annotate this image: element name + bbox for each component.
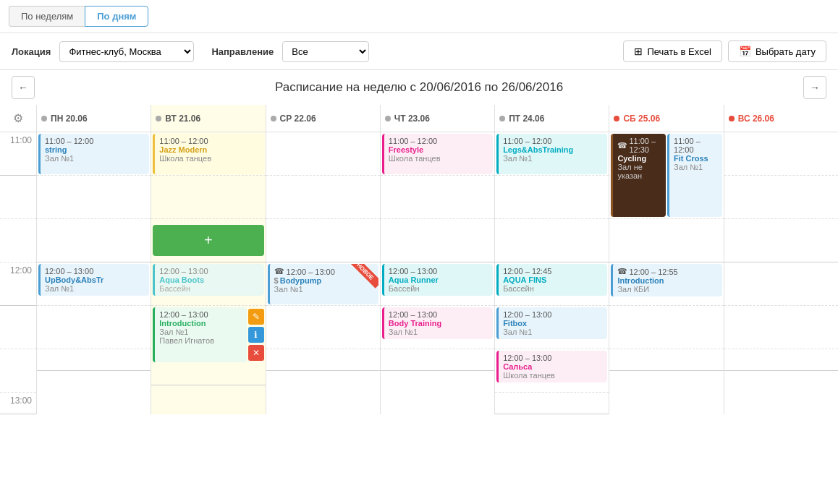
- day-column-sat: СБ 25.06 ☎ 11:00 – 12:30 Cycling Зал не …: [609, 105, 723, 414]
- event-wed-bodypump[interactable]: НОВОЕ ☎ 12:00 – 13:00 $ Bodypump Зал №1: [268, 264, 378, 304]
- tue-add-zone: +: [151, 219, 265, 262]
- event-fri-legsabs[interactable]: 11:00 – 12:00 Legs&AbsTraining Зал №1: [496, 134, 607, 174]
- event-time: 12:00 – 13:00: [159, 267, 259, 276]
- print-excel-button[interactable]: ⊞ Печать в Excel: [623, 40, 722, 62]
- event-tue-aquaboots[interactable]: 12:00 – 13:00 Aqua Boots Бассейн: [153, 264, 263, 296]
- day-column-sun: ВС 26.06: [724, 105, 838, 414]
- event-name: Fitbox: [503, 319, 603, 328]
- event-location: Школа танцев: [159, 154, 259, 163]
- fri-slot-12c: 12:00 – 13:00 Сальса Школа танцев: [495, 349, 609, 393]
- edit-event-button[interactable]: ✎: [248, 309, 264, 325]
- event-sat-cycling[interactable]: ☎ 11:00 – 12:30 Cycling Зал не указан: [611, 134, 666, 217]
- event-location: Зал №1: [45, 154, 145, 163]
- event-thu-aquarunner[interactable]: 12:00 – 13:00 Aqua Runner Бассейн: [382, 264, 493, 296]
- action-icons-panel: ✎ ℹ ✕: [248, 307, 264, 362]
- mon-slot-11: 11:00 – 12:00 string Зал №1: [37, 132, 151, 176]
- event-name: Legs&AbsTraining: [503, 145, 603, 154]
- event-name: Aqua Runner: [389, 276, 488, 284]
- event-location: Школа танцев: [503, 371, 603, 380]
- time-label-12: 12:00: [0, 262, 36, 306]
- event-location: Школа танцев: [389, 154, 488, 163]
- mon-dot: [41, 116, 47, 121]
- direction-select[interactable]: Все: [282, 41, 369, 62]
- event-sat-introduction[interactable]: ☎ 12:00 – 12:55 Introduction Зал КБИ: [611, 264, 721, 296]
- event-mon-string[interactable]: 11:00 – 12:00 string Зал №1: [38, 134, 149, 174]
- event-fri-aquafins[interactable]: 12:00 – 12:45 AQUA FINS Бассейн: [496, 264, 607, 296]
- event-time: 12:00 – 13:00: [503, 310, 603, 319]
- day-column-thu: ЧТ 23.06 11:00 – 12:00 Freestyle Школа т…: [380, 105, 494, 414]
- app-container: По неделям По дням Локация Фитнес-клуб, …: [0, 0, 838, 414]
- next-week-button[interactable]: →: [803, 76, 826, 99]
- time-label-11: 11:00: [0, 132, 36, 176]
- event-location: Зал №1: [45, 284, 145, 293]
- event-time: 11:00 – 12:00: [674, 137, 718, 154]
- event-name: Introduction: [159, 319, 242, 328]
- event-sat-fitcross[interactable]: 11:00 – 12:00 Fit Cross Зал №1: [667, 134, 722, 217]
- day-column-mon: ПН 20.06 11:00 – 12:00 string Зал №1 12:…: [36, 105, 151, 414]
- wed-slot-12: НОВОЕ ☎ 12:00 – 13:00 $ Bodypump Зал №1: [266, 262, 380, 306]
- time-spacer-1: [0, 176, 36, 219]
- event-location: Зал №1: [389, 328, 488, 336]
- time-label-13: 13:00: [0, 393, 36, 414]
- thu-slot-11: 11:00 – 12:00 Freestyle Школа танцев: [381, 132, 494, 176]
- tue-label: ВТ 21.06: [165, 114, 200, 124]
- select-date-label: Выбрать дату: [756, 46, 816, 57]
- add-event-button-tue[interactable]: +: [153, 225, 263, 256]
- event-name: Cycling: [617, 154, 661, 163]
- event-fri-salsa[interactable]: 12:00 – 13:00 Сальса Школа танцев: [496, 351, 607, 383]
- delete-event-button[interactable]: ✕: [248, 345, 264, 361]
- tab-bar: По неделям По дням: [0, 0, 838, 33]
- settings-icon[interactable]: ⚙: [13, 111, 23, 125]
- event-time: 12:00 – 13:00: [389, 310, 488, 319]
- grid-icon: ⊞: [634, 46, 643, 57]
- location-select[interactable]: Фитнес-клуб, Москва: [59, 41, 194, 62]
- event-fri-fitbox[interactable]: 12:00 – 13:00 Fitbox Зал №1: [496, 307, 607, 339]
- filter-bar: Локация Фитнес-клуб, Москва Направление …: [0, 33, 838, 70]
- event-time: ☎ 12:00 – 12:55: [617, 267, 717, 276]
- select-date-button[interactable]: 📅 Выбрать дату: [728, 40, 826, 62]
- event-thu-bodytraining[interactable]: 12:00 – 13:00 Body Training Зал №1: [382, 307, 493, 339]
- event-name: Fit Cross: [674, 154, 718, 163]
- prev-week-button[interactable]: ←: [12, 76, 35, 99]
- day-column-fri: ПТ 24.06 11:00 – 12:00 Legs&AbsTraining …: [494, 105, 609, 414]
- direction-label: Направление: [211, 46, 274, 57]
- event-time: 11:00 – 12:00: [389, 137, 488, 145]
- mon-label: ПН 20.06: [51, 114, 88, 124]
- event-tue-jazzmodern[interactable]: 11:00 – 12:00 Jazz Modern Школа танцев: [153, 134, 263, 174]
- event-name: Aqua Boots: [159, 276, 259, 284]
- time-spacer-3: [0, 306, 36, 349]
- event-tue-introduction[interactable]: 12:00 – 13:00 Introduction Зал №1 Павел …: [153, 307, 246, 362]
- day-header-fri: ПТ 24.06: [495, 105, 609, 132]
- event-thu-freestyle[interactable]: 11:00 – 12:00 Freestyle Школа танцев: [382, 134, 493, 174]
- day-column-wed: СР 22.06 НОВОЕ ☎ 12:00 – 13:00 $ Bodypum…: [266, 105, 380, 414]
- thu-slot-12b: 12:00 – 13:00 Body Training Зал №1: [381, 306, 494, 349]
- day-header-tue: ВТ 21.06: [151, 105, 265, 132]
- event-location: Бассейн: [159, 284, 259, 293]
- dollar-icon: $: [274, 276, 279, 285]
- calendar-icon: 📅: [739, 46, 751, 57]
- event-name: Body Training: [389, 319, 488, 328]
- thu-dot: [385, 116, 391, 121]
- time-spacer-4: [0, 349, 36, 393]
- event-name: UpBody&AbsTr: [45, 276, 145, 284]
- event-location: Бассейн: [503, 284, 603, 293]
- sat-dot: [614, 116, 619, 121]
- tab-daily[interactable]: По дням: [85, 6, 148, 27]
- event-location: Зал №1: [503, 154, 603, 163]
- fri-slot-12b: 12:00 – 13:00 Fitbox Зал №1: [495, 306, 609, 349]
- fri-slot-11: 11:00 – 12:00 Legs&AbsTraining Зал №1: [495, 132, 609, 176]
- day-header-wed: СР 22.06: [266, 105, 380, 132]
- event-name: Introduction: [617, 276, 717, 285]
- event-time: 11:00 – 12:00: [503, 137, 603, 145]
- tab-weekly[interactable]: По неделям: [9, 6, 85, 27]
- event-name: Сальса: [503, 362, 603, 371]
- event-mon-upbody[interactable]: 12:00 – 13:00 UpBody&AbsTr Зал №1: [38, 264, 149, 296]
- event-location: Бассейн: [389, 284, 488, 293]
- event-time: 12:00 – 13:00: [45, 267, 145, 276]
- location-label: Локация: [12, 46, 51, 57]
- time-spacer-2: [0, 219, 36, 262]
- event-name: Freestyle: [389, 145, 488, 154]
- wed-label: СР 22.06: [280, 114, 316, 124]
- info-event-button[interactable]: ℹ: [248, 327, 264, 343]
- event-name: $ Bodypump: [274, 276, 374, 285]
